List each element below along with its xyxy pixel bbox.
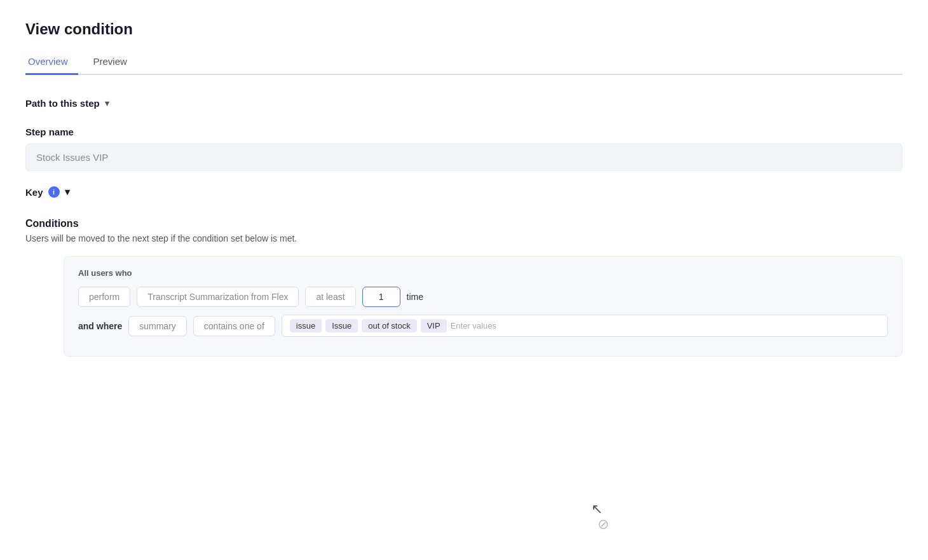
all-users-who-label: All users who bbox=[78, 268, 888, 278]
conditions-description: Users will be moved to the next step if … bbox=[25, 233, 903, 243]
and-where-label: and where bbox=[78, 321, 122, 331]
tabs-container: Overview Preview bbox=[25, 51, 903, 75]
property-pill[interactable]: summary bbox=[128, 316, 187, 336]
path-to-step-chevron: ▾ bbox=[105, 99, 109, 108]
key-label: Key bbox=[25, 187, 43, 198]
tab-overview[interactable]: Overview bbox=[25, 51, 78, 75]
step-name-label: Step name bbox=[25, 126, 903, 137]
tag-values-container[interactable]: issue Issue out of stock VIP Enter value… bbox=[282, 315, 888, 337]
tag-Issue: Issue bbox=[325, 319, 358, 332]
conditions-title: Conditions bbox=[25, 218, 903, 229]
key-section[interactable]: Key i ▾ bbox=[25, 186, 903, 198]
path-to-step-label: Path to this step bbox=[25, 98, 100, 109]
condition-block: All users who perform Transcript Summari… bbox=[64, 256, 903, 357]
operator-pill[interactable]: contains one of bbox=[193, 316, 275, 336]
path-to-step-section[interactable]: Path to this step ▾ bbox=[25, 98, 903, 109]
tag-VIP: VIP bbox=[421, 319, 447, 332]
cursor-icon: ↖ bbox=[591, 501, 603, 517]
key-chevron: ▾ bbox=[65, 186, 70, 198]
enter-values-placeholder: Enter values bbox=[451, 321, 496, 331]
key-info-icon: i bbox=[48, 186, 60, 198]
event-pill[interactable]: Transcript Summarization from Flex bbox=[137, 287, 299, 307]
tag-issue: issue bbox=[290, 319, 322, 332]
conditions-section: Conditions Users will be moved to the ne… bbox=[25, 218, 903, 357]
tag-out-of-stock: out of stock bbox=[362, 319, 416, 332]
no-entry-icon: ⊘ bbox=[597, 516, 609, 533]
page-title: View condition bbox=[25, 20, 903, 38]
time-label: time bbox=[407, 292, 423, 302]
frequency-number-input[interactable] bbox=[362, 287, 400, 307]
perform-pill[interactable]: perform bbox=[78, 287, 130, 307]
frequency-pill[interactable]: at least bbox=[305, 287, 355, 307]
condition-row-1: perform Transcript Summarization from Fl… bbox=[78, 287, 888, 307]
page-container: View condition Overview Preview Path to … bbox=[0, 0, 928, 560]
condition-row-2: and where summary contains one of issue … bbox=[78, 315, 888, 337]
step-name-input[interactable] bbox=[25, 144, 903, 171]
tab-preview[interactable]: Preview bbox=[91, 51, 137, 75]
